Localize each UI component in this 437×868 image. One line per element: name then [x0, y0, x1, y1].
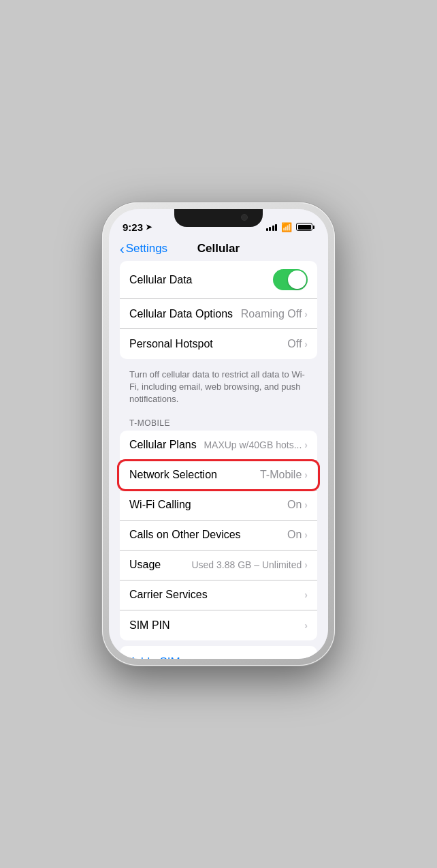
back-button[interactable]: ‹ Settings — [120, 242, 167, 255]
status-time: 9:23 ➤ — [123, 221, 152, 233]
cellular-data-options-label: Cellular Data Options — [129, 308, 241, 320]
chevron-icon: › — [304, 589, 308, 600]
cellular-data-row[interactable]: Cellular Data — [120, 261, 317, 299]
sim-pin-row[interactable]: SIM PIN › — [120, 610, 317, 640]
front-camera — [241, 214, 248, 221]
chevron-icon: › — [304, 469, 308, 480]
cellular-data-options-row[interactable]: Cellular Data Options Roaming Off › — [120, 299, 317, 329]
cellular-data-toggle[interactable] — [273, 269, 308, 290]
chevron-icon: › — [304, 529, 308, 540]
cellular-plans-value: MAXUp w/40GB hots... — [204, 439, 302, 450]
page-title: Cellular — [197, 242, 240, 255]
calls-other-devices-value: On — [287, 529, 302, 541]
tmobile-section-label: T-MOBILE — [120, 413, 317, 431]
cellular-plans-label: Cellular Plans — [129, 439, 204, 451]
personal-hotspot-label: Personal Hotspot — [129, 338, 287, 350]
battery-indicator — [296, 223, 314, 231]
settings-content: Cellular Data Cellular Data Options Roam… — [109, 261, 328, 659]
screen-content: 9:23 ➤ 📶 — [109, 209, 328, 659]
carrier-services-label: Carrier Services — [129, 589, 304, 601]
phone-screen: 9:23 ➤ 📶 — [109, 209, 328, 659]
calls-other-devices-row[interactable]: Calls on Other Devices On › — [120, 521, 317, 551]
personal-hotspot-value: Off — [287, 338, 302, 350]
cellular-data-group: Cellular Data Cellular Data Options Roam… — [120, 261, 317, 359]
toggle-knob — [288, 270, 306, 289]
tmobile-settings-group: Cellular Plans MAXUp w/40GB hots... › Ne… — [120, 431, 317, 640]
signal-icon — [266, 223, 278, 231]
location-icon: ➤ — [146, 223, 152, 232]
chevron-icon: › — [304, 309, 308, 320]
chevron-icon: › — [304, 559, 308, 570]
network-selection-label: Network Selection — [129, 469, 260, 481]
carrier-services-row[interactable]: Carrier Services › — [120, 580, 317, 610]
wifi-icon: 📶 — [281, 222, 292, 232]
chevron-icon: › — [304, 620, 308, 631]
add-esim-group: Add eSIM — [120, 646, 317, 659]
wifi-calling-row[interactable]: Wi-Fi Calling On › — [120, 491, 317, 521]
add-esim-button[interactable]: Add eSIM — [120, 646, 317, 659]
usage-label: Usage — [129, 559, 191, 571]
cellular-plans-row[interactable]: Cellular Plans MAXUp w/40GB hots... › — [120, 431, 317, 461]
wifi-calling-label: Wi-Fi Calling — [129, 499, 287, 511]
personal-hotspot-row[interactable]: Personal Hotspot Off › — [120, 329, 317, 359]
network-selection-row[interactable]: Network Selection T-Mobile › — [120, 461, 317, 491]
chevron-icon: › — [304, 339, 308, 350]
cellular-data-label: Cellular Data — [129, 274, 273, 286]
phone-frame: 9:23 ➤ 📶 — [102, 202, 335, 666]
chevron-icon: › — [304, 439, 308, 450]
back-chevron-icon: ‹ — [120, 242, 125, 255]
usage-value: Used 3.88 GB – Unlimited — [191, 559, 302, 570]
status-icons: 📶 — [266, 222, 315, 232]
usage-row[interactable]: Usage Used 3.88 GB – Unlimited › — [120, 551, 317, 580]
cellular-data-info: Turn off cellular data to restrict all d… — [120, 365, 317, 413]
time-display: 9:23 — [123, 221, 143, 233]
sim-pin-label: SIM PIN — [129, 619, 304, 632]
navigation-bar: ‹ Settings Cellular — [109, 239, 328, 261]
network-selection-value: T-Mobile — [260, 469, 302, 481]
notch — [174, 209, 263, 227]
wifi-calling-value: On — [287, 499, 302, 511]
chevron-icon: › — [304, 499, 308, 510]
back-label: Settings — [126, 242, 167, 255]
cellular-data-options-value: Roaming Off — [241, 308, 302, 320]
calls-other-devices-label: Calls on Other Devices — [129, 529, 287, 541]
